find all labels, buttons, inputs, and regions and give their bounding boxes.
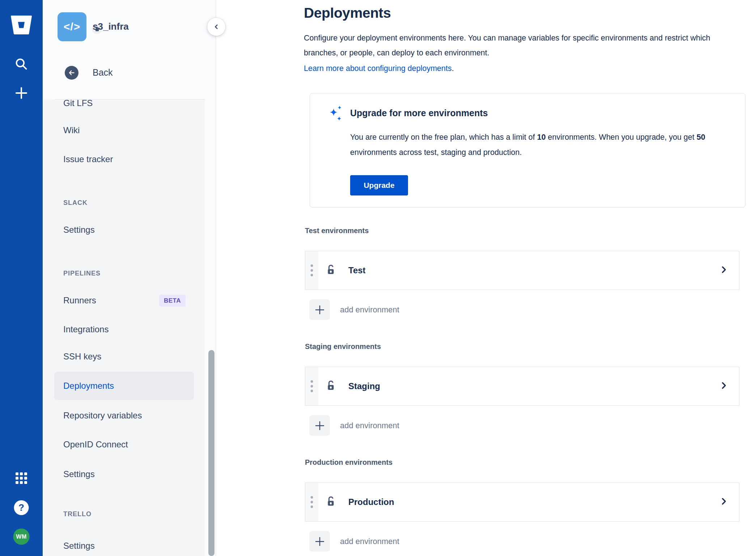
environment-name: Production: [348, 497, 394, 507]
sidebar-section-header-trello: TRELLO: [63, 510, 92, 518]
environment-limit-value: 10: [537, 133, 546, 142]
upgrade-body-text: You are currently on the free plan, whic…: [350, 133, 537, 142]
beta-badge: BETA: [159, 295, 186, 307]
back-button[interactable]: [65, 66, 78, 80]
sidebar-section-header-slack: SLACK: [63, 199, 88, 207]
unlocked-icon: [325, 380, 337, 393]
arrow-left-icon: [68, 69, 76, 77]
page-title: Deployments: [304, 5, 391, 21]
add-environment-label: add environment: [340, 421, 399, 430]
sidebar-item-issue-tracker[interactable]: Issue tracker: [63, 154, 113, 165]
add-environment-label: add environment: [340, 305, 399, 315]
sidebar-header: </> s3_infra Back: [43, 0, 216, 100]
sidebar-divider: [55, 99, 205, 100]
sidebar-item-openid-connect[interactable]: OpenID Connect: [63, 439, 128, 450]
sidebar-item-settings[interactable]: Settings: [63, 469, 95, 480]
add-environment-button-staging[interactable]: add environment: [309, 415, 399, 436]
create-plus-icon[interactable]: [14, 86, 28, 100]
add-environment-label: add environment: [340, 537, 399, 546]
bitbucket-logo-icon: [10, 14, 32, 35]
chevron-right-icon[interactable]: [719, 497, 728, 507]
main-content: Deployments Configure your deployment en…: [216, 0, 756, 556]
upgrade-card-title: Upgrade for more environments: [350, 108, 488, 118]
search-icon[interactable]: [14, 57, 28, 71]
plus-icon: [309, 415, 330, 436]
drag-handle-icon[interactable]: [305, 367, 318, 405]
chevron-left-icon: [212, 23, 220, 31]
sidebar-collapse-button[interactable]: [207, 18, 225, 36]
help-icon[interactable]: ?: [14, 500, 29, 515]
bitbucket-logo[interactable]: [10, 14, 32, 35]
sidebar-scrollbar[interactable]: [208, 350, 215, 556]
chevron-right-icon[interactable]: [719, 265, 728, 275]
plus-icon: [309, 299, 330, 320]
sidebar-section-header-pipelines: PIPELINES: [63, 269, 101, 277]
upgrade-card-body: You are currently on the free plan, whic…: [350, 130, 719, 160]
drag-handle-icon[interactable]: [305, 251, 318, 290]
section-label: Test environments: [305, 227, 369, 235]
sparkle-icon: [330, 106, 343, 123]
repo-name: s3_infra: [93, 21, 129, 32]
sidebar-item-settings[interactable]: Settings: [63, 224, 95, 235]
add-environment-button-test[interactable]: add environment: [309, 299, 399, 320]
section-label: Staging environments: [305, 342, 381, 351]
environment-limit-value: 50: [697, 133, 705, 142]
sidebar-item-ssh-keys[interactable]: SSH keys: [63, 351, 101, 362]
upgrade-body-text: environments. When you upgrade, you get: [546, 133, 697, 142]
chevron-right-icon[interactable]: [719, 381, 728, 391]
drag-handle-icon[interactable]: [305, 483, 318, 521]
environment-name: Staging: [348, 381, 380, 391]
learn-more-link[interactable]: Learn more about configuring deployments…: [304, 64, 454, 73]
page-description: Configure your deployment environments h…: [304, 31, 711, 60]
upgrade-card: Upgrade for more environments You are cu…: [310, 93, 746, 207]
sidebar-item-settings[interactable]: Settings: [63, 540, 95, 551]
sidebar-item-deployments[interactable]: Deployments: [54, 372, 194, 400]
staging-environments-section: Staging environmentsStagingadd environme…: [305, 342, 739, 440]
plus-icon: [309, 531, 330, 552]
environment-row-test[interactable]: Test: [305, 251, 739, 290]
global-nav-rail: ? WM: [0, 0, 43, 556]
learn-more-period: .: [452, 64, 454, 73]
environment-name: Test: [348, 265, 366, 275]
unlocked-icon: [325, 264, 337, 277]
unlocked-icon: [325, 496, 337, 509]
test-environments-section: Test environmentsTestadd environment: [305, 227, 739, 324]
app-switcher-icon[interactable]: [15, 472, 27, 484]
section-label: Production environments: [305, 458, 392, 467]
sidebar-item-repository-variables[interactable]: Repository variables: [63, 410, 142, 421]
sidebar-item-wiki[interactable]: Wiki: [63, 125, 80, 136]
back-label[interactable]: Back: [93, 67, 113, 78]
repo-avatar[interactable]: </>: [58, 12, 86, 41]
sidebar-item-runners[interactable]: Runners: [63, 295, 96, 306]
environment-row-production[interactable]: Production: [305, 483, 739, 522]
upgrade-button[interactable]: Upgrade: [350, 175, 408, 195]
repo-settings-sidebar: Git LFSWikiIssue trackerSLACKSettingsPIP…: [43, 0, 216, 556]
production-environments-section: Production environmentsProductionadd env…: [305, 458, 739, 556]
add-environment-button-production[interactable]: add environment: [309, 531, 399, 552]
upgrade-body-text: environments across test, staging and pr…: [350, 148, 522, 157]
code-icon: </>: [64, 21, 80, 33]
environment-row-staging[interactable]: Staging: [305, 367, 739, 406]
sidebar-item-integrations[interactable]: Integrations: [63, 324, 109, 335]
user-avatar[interactable]: WM: [13, 528, 30, 545]
